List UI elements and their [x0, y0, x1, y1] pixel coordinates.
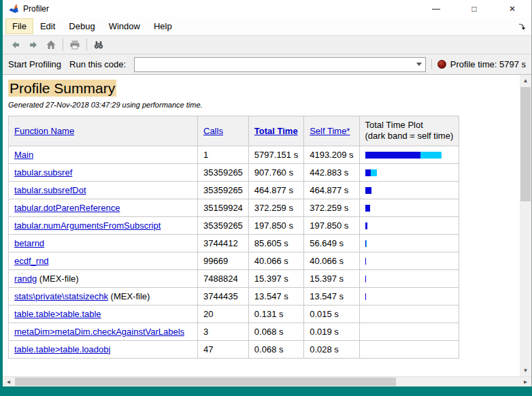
self-time-cell: 56.649 s [304, 234, 359, 252]
start-profiling-button[interactable]: Start Profiling [8, 59, 61, 69]
self-time-bar [365, 169, 371, 176]
toolbar-separator [63, 39, 63, 51]
generated-line: Generated 27-Nov-2018 03:47:29 using per… [8, 101, 520, 109]
self-time-bar [365, 222, 368, 229]
horizontal-scrollbar[interactable]: ◄ ► [3, 376, 531, 386]
minimize-button[interactable]: — [417, 0, 455, 18]
find-icon[interactable] [90, 37, 107, 53]
function-name-cell: betarnd [9, 234, 198, 252]
function-link[interactable]: tabular.numArgumentsFromSubscript [14, 220, 161, 231]
scroll-down-icon[interactable]: ▼ [520, 365, 531, 376]
table-row: ecdf_rnd9966940.066 s40.066 s [9, 252, 459, 269]
self-time-cell: 372.259 s [304, 199, 359, 216]
function-link[interactable]: table.table>table.loadobj [14, 344, 110, 354]
back-icon[interactable] [7, 37, 24, 53]
table-row: randg (MEX-file)748882415.397 s15.397 s [9, 269, 459, 287]
run-code-input[interactable] [135, 58, 414, 71]
table-row: tabular.dotParenReference35159924372.259… [9, 199, 459, 216]
sort-calls-link[interactable]: Calls [203, 126, 223, 136]
profiler-window: Profiler — □ ✕ File Edit Debug Window He… [3, 0, 532, 386]
function-link[interactable]: stats\private\statsizechk [14, 291, 108, 301]
header-function-name: Function Name [9, 116, 198, 146]
total-time-cell: 372.259 s [248, 199, 303, 216]
sort-self-time-link[interactable]: Self Time* [310, 126, 350, 136]
self-time-cell: 442.883 s [304, 163, 359, 181]
horizontal-scroll-thumb[interactable] [15, 378, 396, 386]
time-plot-cell [359, 234, 459, 252]
forward-icon[interactable] [24, 37, 42, 53]
time-plot-cell [359, 181, 459, 199]
self-time-cell: 40.066 s [304, 252, 359, 269]
function-link[interactable]: tabular.subsrefDot [14, 185, 86, 195]
menu-help[interactable]: Help [147, 18, 179, 34]
function-name-cell: randg (MEX-file) [9, 269, 198, 287]
time-plot-cell [359, 216, 459, 234]
menu-edit[interactable]: Edit [33, 18, 62, 34]
time-plot-cell [359, 340, 459, 358]
menu-debug[interactable]: Debug [62, 18, 101, 34]
maximize-button[interactable]: □ [455, 0, 493, 18]
total-time-cell: 0.068 s [248, 340, 303, 358]
total-time-bar [420, 152, 442, 159]
function-name-cell: metaDim>metaDim.checkAgainstVarLabels [9, 323, 198, 340]
calls-cell: 35159924 [198, 199, 249, 216]
self-time-cell: 0.028 s [304, 340, 359, 358]
home-icon[interactable] [42, 37, 60, 53]
run-code-combobox[interactable] [134, 57, 426, 72]
scroll-up-icon[interactable]: ▲ [520, 75, 531, 86]
function-suffix: (MEX-file) [37, 274, 78, 284]
function-link[interactable]: table.table>table.table [14, 309, 101, 319]
scroll-left-icon[interactable]: ◄ [3, 377, 14, 386]
profiling-bar: Start Profiling Run this code: Profile t… [3, 54, 531, 75]
function-link[interactable]: ecdf_rnd [14, 256, 49, 266]
plot-header-line2: (dark band = self time) [365, 131, 454, 142]
function-link[interactable]: tabular.subsref [14, 167, 72, 178]
calls-cell: 3744412 [198, 234, 249, 252]
self-time-cell: 15.397 s [304, 269, 359, 287]
total-time-bar [366, 240, 367, 247]
function-link[interactable]: tabular.dotParenReference [14, 203, 120, 213]
title-bar[interactable]: Profiler — □ ✕ [3, 0, 531, 18]
table-row: betarnd374441285.605 s56.649 s [9, 234, 459, 252]
sort-function-name-link[interactable]: Function Name [14, 126, 74, 136]
time-plot-cell [359, 323, 459, 340]
scroll-right-icon[interactable]: ► [520, 377, 531, 386]
summary-table-body: Main15797.151 s4193.209 stabular.subsref… [9, 146, 459, 358]
self-time-bar [365, 258, 366, 265]
function-name-cell: tabular.dotParenReference [9, 199, 198, 216]
run-this-code-label: Run this code: [69, 59, 126, 69]
function-link[interactable]: metaDim>metaDim.checkAgainstVarLabels [14, 327, 184, 337]
function-link[interactable]: betarnd [14, 238, 44, 248]
vertical-scroll-thumb[interactable] [520, 87, 531, 201]
window-title: Profiler [23, 4, 49, 14]
vertical-scrollbar[interactable]: ▲ ▼ [520, 75, 531, 376]
total-time-cell: 907.760 s [248, 163, 303, 181]
self-time-bar [365, 152, 420, 159]
calls-cell: 35359265 [198, 181, 249, 199]
menu-file[interactable]: File [5, 18, 33, 34]
time-plot-cell [359, 199, 459, 216]
self-time-cell: 13.547 s [304, 287, 359, 305]
sort-total-time-link[interactable]: Total Time [254, 126, 298, 136]
toolbar-separator [86, 39, 87, 51]
print-icon[interactable] [66, 37, 84, 53]
total-time-cell: 85.605 s [248, 234, 303, 252]
total-time-cell: 13.547 s [248, 287, 303, 305]
function-link[interactable]: randg [14, 274, 37, 284]
total-time-cell: 15.397 s [248, 269, 303, 287]
total-time-cell: 197.850 s [248, 216, 303, 234]
self-time-bar [365, 187, 371, 194]
function-name-cell: ecdf_rnd [9, 252, 198, 269]
time-plot-cell [359, 287, 459, 305]
combo-dropdown-icon[interactable] [414, 58, 425, 71]
menu-window[interactable]: Window [102, 18, 147, 34]
dock-arrow-icon[interactable] [518, 22, 526, 31]
time-plot-cell [359, 163, 459, 181]
function-name-cell: table.table>table.table [9, 305, 198, 323]
time-plot-cell [359, 252, 459, 269]
total-time-bar [371, 169, 377, 176]
function-name-cell: tabular.subsrefDot [9, 181, 198, 199]
table-row: Main15797.151 s4193.209 s [9, 146, 459, 163]
function-link[interactable]: Main [14, 150, 33, 160]
close-button[interactable]: ✕ [493, 0, 531, 18]
